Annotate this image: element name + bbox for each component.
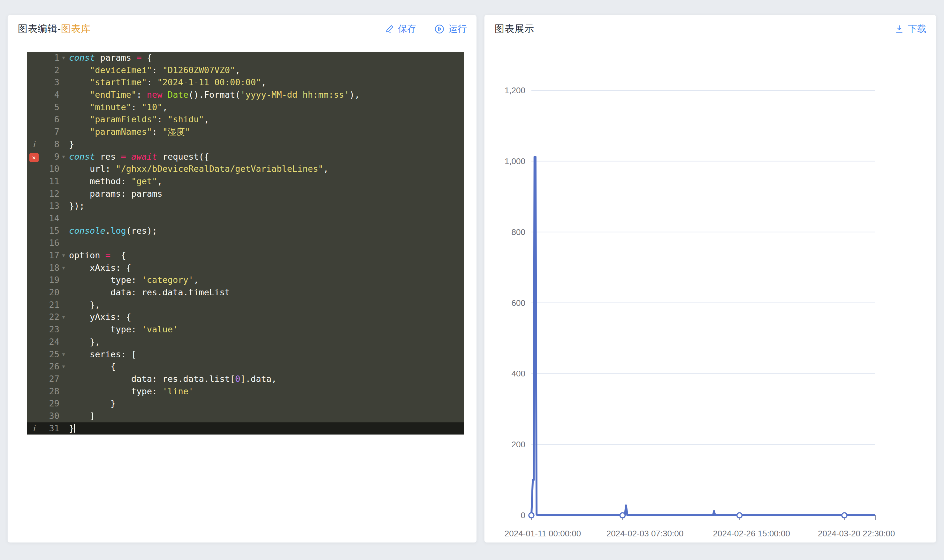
code-line-30[interactable]: 30 ]: [27, 410, 464, 422]
gutter-icon-cell: ✕: [27, 151, 41, 163]
code-text: type: 'category',: [68, 274, 199, 286]
code-line-25[interactable]: 25▼ series: [: [27, 348, 464, 361]
y-axis-label: 1,000: [505, 157, 525, 166]
line-number: 7: [41, 126, 59, 138]
code-line-2[interactable]: 2 "deviceImei": "D1260ZW07VZ0",: [27, 64, 464, 77]
code-line-12[interactable]: 12 params: params: [27, 188, 464, 200]
fold-arrow-icon[interactable]: ▼: [59, 348, 68, 361]
code-line-6[interactable]: 6 "paramFields": "shidu",: [27, 113, 464, 126]
line-number: 8: [41, 138, 59, 151]
play-circle-icon: [434, 24, 445, 34]
code-text: xAxis: {: [68, 262, 131, 274]
run-button-label: 运行: [448, 23, 467, 35]
fold-arrow-icon[interactable]: ▼: [59, 360, 68, 373]
line-number: 29: [41, 397, 59, 410]
line-number: 10: [41, 163, 59, 175]
code-line-15[interactable]: 15console.log(res);: [27, 225, 464, 237]
gutter-icon-cell: i: [27, 138, 41, 151]
code-text: data: res.data.list[0].data,: [68, 373, 277, 385]
line-number: 20: [41, 286, 59, 299]
line-chart: 02004006008001,0001,2002024-01-11 00:00:…: [484, 43, 936, 543]
line-number: 26: [41, 360, 59, 373]
download-button[interactable]: 下载: [895, 23, 926, 35]
line-number: 5: [41, 101, 59, 114]
fold-arrow-icon[interactable]: ▼: [59, 52, 68, 64]
code-line-4[interactable]: 4 "endTime": new Date().Format('yyyy-MM-…: [27, 89, 464, 101]
code-line-14[interactable]: 14: [27, 212, 464, 225]
code-line-11[interactable]: 11 method: "get",: [27, 175, 464, 188]
code-text: params: params: [68, 188, 163, 200]
line-number: 25: [41, 348, 59, 361]
info-annotation-icon: i: [32, 424, 35, 433]
code-text: }: [68, 397, 115, 410]
code-text: method: "get",: [68, 175, 163, 188]
gutter-divider: [68, 52, 68, 434]
y-axis-label: 800: [511, 227, 525, 237]
line-number: 15: [41, 225, 59, 237]
line-number: 22: [41, 311, 59, 323]
code-text: "deviceImei": "D1260ZW07VZ0",: [68, 64, 240, 77]
code-text: }: [68, 422, 75, 435]
editor-panel-header: 图表编辑-图表库 保存 运行: [8, 15, 476, 43]
code-text: "minute": "10",: [68, 101, 168, 114]
code-line-22[interactable]: 22▼ yAxis: {: [27, 311, 464, 323]
code-text: const params = {: [68, 52, 152, 64]
code-line-1[interactable]: 1▼const params = {: [27, 52, 464, 64]
code-line-8[interactable]: i8}: [27, 138, 464, 151]
editor-panel: 图表编辑-图表库 保存 运行: [7, 15, 477, 543]
run-button[interactable]: 运行: [434, 23, 467, 35]
code-line-3[interactable]: 3 "startTime": "2024-1-11 00:00:00",: [27, 76, 464, 89]
code-line-31[interactable]: i31}: [27, 422, 464, 435]
line-number: 24: [41, 336, 59, 348]
code-text: },: [68, 336, 100, 348]
code-text: type: 'line': [68, 385, 194, 398]
code-line-10[interactable]: 10 url: "/ghxx/bDeviceRealData/getVariab…: [27, 163, 464, 175]
code-text: {: [68, 360, 115, 373]
x-axis-label: 2024-03-20 22:30:00: [818, 529, 895, 538]
code-line-26[interactable]: 26▼ {: [27, 360, 464, 373]
y-axis-label: 600: [511, 298, 525, 308]
code-line-19[interactable]: 19 type: 'category',: [27, 274, 464, 286]
save-button[interactable]: 保存: [385, 23, 416, 35]
code-line-23[interactable]: 23 type: 'value': [27, 323, 464, 336]
fold-arrow-icon[interactable]: ▼: [59, 151, 68, 163]
code-line-27[interactable]: 27 data: res.data.list[0].data,: [27, 373, 464, 385]
save-button-label: 保存: [398, 23, 416, 35]
line-number: 6: [41, 113, 59, 126]
code-line-16[interactable]: 16: [27, 237, 464, 249]
code-line-21[interactable]: 21 },: [27, 299, 464, 311]
line-number: 23: [41, 323, 59, 336]
code-text: option = {: [68, 249, 126, 262]
code-text: yAxis: {: [68, 311, 131, 323]
line-number: 2: [41, 64, 59, 77]
code-line-9[interactable]: ✕9▼const res = await request({: [27, 151, 464, 163]
line-number: 21: [41, 299, 59, 311]
code-text: }: [68, 138, 74, 151]
fold-arrow-icon[interactable]: ▼: [59, 262, 68, 274]
code-line-13[interactable]: 13});: [27, 200, 464, 212]
line-number: 4: [41, 89, 59, 101]
code-line-29[interactable]: 29 }: [27, 397, 464, 410]
code-text: "endTime": new Date().Format('yyyy-MM-dd…: [68, 89, 360, 101]
title-main: 图表编辑-: [18, 23, 61, 34]
code-text: "startTime": "2024-1-11 00:00:00",: [68, 76, 266, 89]
fold-arrow-icon[interactable]: ▼: [59, 249, 68, 262]
code-line-28[interactable]: 28 type: 'line': [27, 385, 464, 398]
code-text: ]: [68, 410, 95, 422]
code-editor[interactable]: 1▼const params = {2 "deviceImei": "D1260…: [27, 52, 464, 434]
code-line-24[interactable]: 24 },: [27, 336, 464, 348]
code-line-18[interactable]: 18▼ xAxis: {: [27, 262, 464, 274]
line-number: 27: [41, 373, 59, 385]
line-number: 19: [41, 274, 59, 286]
data-point-marker: [620, 513, 625, 518]
code-line-17[interactable]: 17▼option = {: [27, 249, 464, 262]
line-number: 17: [41, 249, 59, 262]
fold-arrow-icon[interactable]: ▼: [59, 311, 68, 323]
code-text: const res = await request({: [68, 151, 209, 163]
line-number: 14: [41, 212, 59, 225]
line-number: 3: [41, 76, 59, 89]
line-number: 12: [41, 188, 59, 200]
code-line-5[interactable]: 5 "minute": "10",: [27, 101, 464, 114]
code-line-20[interactable]: 20 data: res.data.timeList: [27, 286, 464, 299]
code-line-7[interactable]: 7 "paramNames": "湿度": [27, 126, 464, 138]
